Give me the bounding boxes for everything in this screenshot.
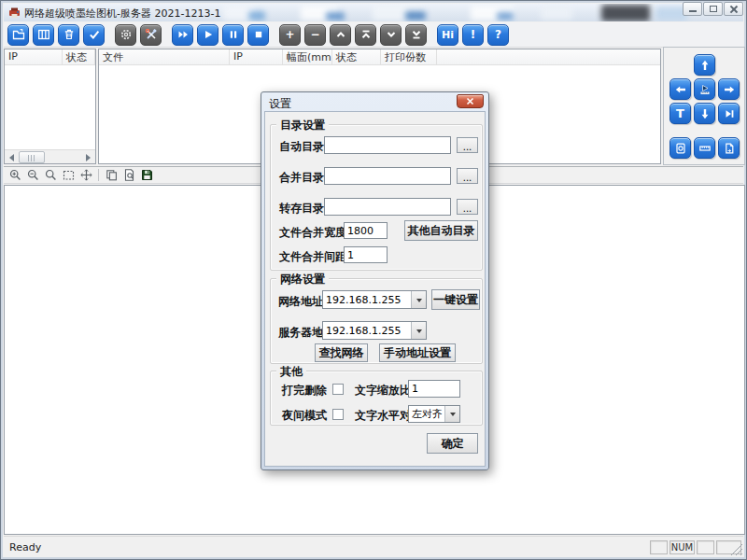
status-message: Ready bbox=[9, 541, 41, 553]
exclamation-icon: ! bbox=[471, 28, 475, 41]
measure-ruler-button[interactable] bbox=[694, 137, 715, 159]
move-left-arrow-button[interactable] bbox=[669, 78, 691, 100]
help-button[interactable]: ? bbox=[487, 24, 509, 46]
toolbar-separator bbox=[98, 169, 99, 181]
print-preview-button[interactable] bbox=[121, 168, 136, 183]
question-icon: ? bbox=[495, 28, 501, 41]
column-header-file[interactable]: 文件 bbox=[99, 49, 230, 64]
play-button[interactable] bbox=[197, 24, 218, 46]
text-align-value: 左对齐 bbox=[409, 407, 444, 421]
confirm-button[interactable] bbox=[83, 24, 105, 46]
delete-after-print-checkbox[interactable] bbox=[332, 384, 344, 395]
other-settings-group: 其他 打完删除 文字缩放比例 夜间模式 文字水平对齐 左对齐 bbox=[270, 371, 483, 426]
maximize-icon bbox=[710, 6, 717, 12]
network-address-combo[interactable]: 192.168.1.255 bbox=[322, 290, 427, 309]
preview-icon bbox=[122, 168, 136, 182]
ok-button[interactable]: 确定 bbox=[427, 433, 478, 454]
status-pane-num: NUM bbox=[669, 540, 695, 554]
column-header-width[interactable]: 幅面(mm) bbox=[283, 49, 332, 64]
page-export-button[interactable] bbox=[718, 137, 740, 159]
move-right-arrow-button[interactable] bbox=[718, 78, 740, 100]
trash-icon bbox=[63, 28, 76, 41]
transfer-dir-input[interactable] bbox=[324, 198, 451, 216]
column-header-status[interactable]: 状态 bbox=[63, 49, 95, 64]
dropdown-arrow-icon[interactable] bbox=[444, 406, 459, 422]
text-tool-button[interactable]: T bbox=[669, 103, 691, 124]
minus-icon: − bbox=[310, 28, 319, 41]
fast-forward-button[interactable] bbox=[172, 24, 193, 46]
move-up-arrow-button[interactable] bbox=[694, 54, 715, 76]
move-up-button[interactable] bbox=[330, 24, 351, 46]
open-file-button[interactable] bbox=[7, 24, 29, 46]
maximize-button[interactable] bbox=[703, 2, 723, 16]
dropdown-arrow-icon[interactable] bbox=[411, 291, 426, 308]
hi-button[interactable]: Hi bbox=[437, 24, 458, 46]
skip-to-end-button[interactable] bbox=[718, 103, 740, 124]
stop-button[interactable] bbox=[247, 24, 269, 46]
remove-button[interactable]: − bbox=[304, 24, 326, 46]
dialog-close-button[interactable] bbox=[457, 94, 484, 108]
save-button[interactable] bbox=[139, 168, 154, 183]
photo-icon bbox=[674, 142, 687, 155]
transfer-dir-browse-button[interactable]: ... bbox=[457, 199, 478, 215]
zoom-select-button[interactable] bbox=[61, 168, 76, 183]
print-start-button[interactable] bbox=[694, 78, 715, 100]
selection-rect-icon bbox=[62, 168, 76, 182]
scan-photo-button[interactable] bbox=[669, 137, 691, 159]
close-button[interactable] bbox=[724, 2, 743, 16]
other-auto-dir-button[interactable]: 其他自动目录 bbox=[404, 220, 478, 241]
night-mode-checkbox[interactable] bbox=[332, 409, 344, 420]
copy-view-button[interactable] bbox=[104, 168, 119, 183]
scroll-right-arrow[interactable] bbox=[81, 151, 95, 163]
delete-button[interactable] bbox=[58, 24, 79, 46]
column-header-ip[interactable]: IP bbox=[230, 49, 283, 64]
scrollbar-thumb[interactable] bbox=[19, 151, 45, 163]
minimize-icon bbox=[689, 9, 697, 12]
status-pane-2 bbox=[697, 540, 714, 554]
zoom-actual-button[interactable] bbox=[43, 168, 58, 183]
scroll-left-arrow[interactable] bbox=[5, 151, 19, 163]
auto-dir-browse-button[interactable]: ... bbox=[457, 137, 478, 153]
pause-icon bbox=[227, 28, 240, 41]
move-down-button[interactable] bbox=[380, 24, 402, 46]
pause-button[interactable] bbox=[222, 24, 244, 46]
resize-grip[interactable] bbox=[730, 543, 742, 555]
tools-button[interactable] bbox=[140, 24, 162, 46]
horizontal-scrollbar[interactable] bbox=[5, 149, 95, 163]
dropdown-arrow-icon[interactable] bbox=[411, 322, 426, 339]
transfer-dir-label: 转存目录 bbox=[279, 201, 324, 217]
merge-gap-input[interactable] bbox=[344, 246, 388, 263]
zoom-in-button[interactable] bbox=[7, 168, 22, 183]
server-address-combo[interactable]: 192.168.1.255 bbox=[322, 321, 427, 340]
zoom-out-button[interactable] bbox=[25, 168, 40, 183]
server-address-value: 192.168.1.255 bbox=[323, 325, 411, 337]
auto-dir-input[interactable] bbox=[324, 136, 451, 154]
merge-dir-browse-button[interactable]: ... bbox=[457, 168, 478, 184]
titlebar-artifact bbox=[541, 7, 572, 20]
move-down-arrow-button[interactable] bbox=[694, 103, 715, 124]
columns-view-button[interactable] bbox=[33, 24, 54, 46]
alert-button[interactable]: ! bbox=[462, 24, 484, 46]
text-scale-input[interactable] bbox=[408, 380, 460, 398]
one-key-setup-button[interactable]: 一键设置 bbox=[431, 289, 480, 310]
network-address-label: 网络地址: bbox=[278, 294, 328, 310]
pan-button[interactable] bbox=[78, 168, 93, 183]
find-network-button[interactable]: 查找网络 bbox=[315, 343, 368, 362]
move-bottom-button[interactable] bbox=[405, 24, 427, 46]
column-header-copies[interactable]: 打印份数 bbox=[381, 49, 437, 64]
text-align-combo[interactable]: 左对齐 bbox=[408, 405, 460, 423]
add-button[interactable]: + bbox=[279, 24, 301, 46]
ruler-icon bbox=[698, 142, 712, 155]
plus-icon: + bbox=[285, 28, 294, 41]
manual-address-button[interactable]: 手动地址设置 bbox=[379, 343, 456, 362]
fast-forward-icon bbox=[176, 28, 190, 41]
column-header-ip[interactable]: IP bbox=[5, 49, 63, 64]
settings-button[interactable] bbox=[115, 24, 136, 46]
minimize-button[interactable] bbox=[683, 2, 702, 16]
chevron-down-icon bbox=[385, 28, 398, 41]
merge-width-input[interactable] bbox=[344, 222, 388, 239]
column-header-status[interactable]: 状态 bbox=[332, 49, 381, 64]
move-top-button[interactable] bbox=[355, 24, 376, 46]
triangle-left-icon bbox=[9, 154, 14, 161]
merge-dir-input[interactable] bbox=[324, 167, 451, 185]
